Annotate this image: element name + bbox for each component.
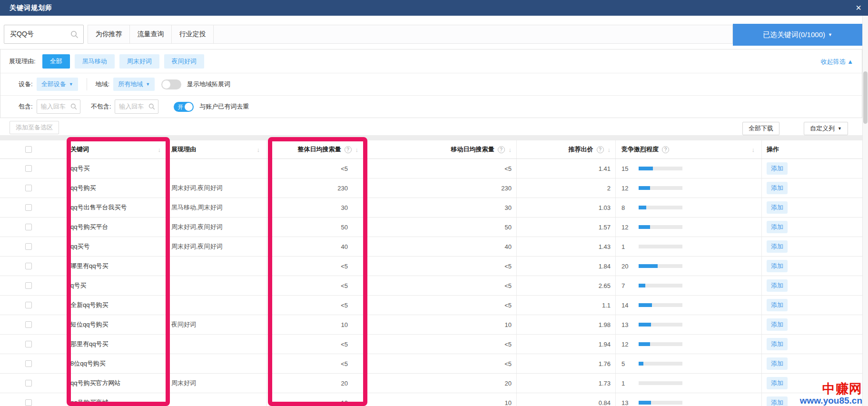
- include-exclude-row: 包含: 输入回车 不包含: 输入回车 开 与账户已有词去重: [0, 96, 862, 118]
- keyword-text: 短位qq号购买: [70, 320, 108, 329]
- reason-chip[interactable]: 黑马移动: [75, 54, 115, 69]
- tab-industry-targeting[interactable]: 行业定投: [172, 25, 214, 43]
- collapse-filters-link[interactable]: 收起筛选 ▲: [821, 58, 853, 66]
- keyword-search-input[interactable]: 买QQ号: [4, 25, 84, 44]
- sort-icon[interactable]: ↓: [355, 146, 359, 153]
- toggle-knob: [185, 103, 193, 111]
- competition-bar: [639, 381, 682, 385]
- sort-icon[interactable]: ↓: [158, 146, 161, 153]
- reason-text: 夜间好词: [171, 320, 196, 329]
- customize-columns-label: 自定义列: [810, 124, 835, 133]
- mobile-volume: 40: [505, 243, 512, 250]
- overall-volume: 40: [341, 243, 348, 250]
- row-checkbox[interactable]: [25, 399, 32, 406]
- region-select[interactable]: 所有地域 ▼: [113, 78, 155, 91]
- download-all-button[interactable]: 全部下载: [742, 122, 779, 135]
- tab-recommend[interactable]: 为你推荐: [88, 25, 130, 43]
- table-toolbar: 添加至备选区 全部下载 自定义列 ▼: [0, 118, 862, 135]
- reason-chip[interactable]: 全部: [42, 54, 70, 69]
- row-checkbox[interactable]: [25, 321, 32, 328]
- row-checkbox[interactable]: [25, 380, 32, 386]
- competition-bar: [639, 323, 682, 327]
- region-expand-label: 显示地域拓展词: [187, 80, 230, 89]
- add-button[interactable]: 添加: [767, 299, 788, 311]
- row-checkbox[interactable]: [25, 224, 32, 230]
- dedupe-toggle[interactable]: 开: [174, 102, 194, 112]
- add-button[interactable]: 添加: [767, 162, 788, 175]
- filter-panel: 展现理由: 全部 黑马移动 周末好词 夜间好词 收起筛选 ▲ 设备: 全部设备 …: [0, 49, 862, 118]
- region-label: 地域:: [96, 80, 110, 89]
- row-checkbox[interactable]: [25, 204, 32, 211]
- row-checkbox[interactable]: [25, 185, 32, 191]
- close-icon[interactable]: ×: [856, 3, 861, 12]
- competition-value: 5: [621, 360, 639, 367]
- row-checkbox[interactable]: [25, 263, 32, 269]
- competition-bar: [639, 225, 682, 229]
- row-checkbox[interactable]: [25, 165, 32, 172]
- help-icon[interactable]: ?: [345, 146, 352, 153]
- tab-traffic-query[interactable]: 流量查询: [130, 25, 172, 43]
- device-label: 设备:: [19, 80, 33, 89]
- toggle-on-text: 开: [178, 103, 183, 111]
- row-checkbox[interactable]: [25, 243, 32, 250]
- add-to-candidates-button[interactable]: 添加至备选区: [10, 121, 59, 134]
- table-row: qq号购买官方网站 周末好词 20 20 1.73 1 添加: [0, 374, 862, 393]
- bid-value: 1.41: [599, 165, 611, 172]
- add-button[interactable]: 添加: [767, 201, 788, 214]
- header-bid: 推荐出价: [569, 145, 593, 154]
- divider: [87, 78, 87, 90]
- selected-keywords-label: 已选关键词(0/1000): [763, 30, 825, 40]
- sort-icon[interactable]: ↓: [509, 146, 512, 153]
- bid-value: 1.43: [599, 243, 611, 250]
- competition-bar: [639, 264, 682, 268]
- reason-chip[interactable]: 周末好词: [119, 54, 159, 69]
- customize-columns-button[interactable]: 自定义列 ▼: [804, 122, 848, 135]
- selected-keywords-button[interactable]: 已选关键词(0/1000) ▼: [733, 24, 862, 46]
- row-checkbox[interactable]: [25, 302, 32, 308]
- sort-icon[interactable]: ↓: [752, 146, 755, 153]
- region-expand-toggle[interactable]: [161, 79, 181, 89]
- add-button[interactable]: 添加: [767, 260, 788, 272]
- sort-icon[interactable]: ↓: [257, 146, 260, 153]
- vertical-scrollbar[interactable]: [862, 16, 868, 406]
- reason-chip[interactable]: 夜间好词: [164, 54, 204, 69]
- add-button[interactable]: 添加: [767, 396, 788, 406]
- exclude-label: 不包含:: [91, 102, 111, 111]
- scrollbar-thumb[interactable]: [863, 71, 868, 124]
- add-button[interactable]: 添加: [767, 240, 788, 253]
- include-input[interactable]: 输入回车: [37, 99, 80, 114]
- header-mobile-volume: 移动日均搜索量: [451, 145, 494, 154]
- table-row: qq号购买平台 周末好词,夜间好词 50 50 1.57 12 添加: [0, 218, 862, 237]
- help-icon[interactable]: ?: [662, 146, 669, 153]
- help-icon[interactable]: ?: [597, 146, 604, 153]
- mobile-volume: <5: [504, 302, 512, 309]
- add-button[interactable]: 添加: [767, 318, 788, 331]
- add-button[interactable]: 添加: [767, 182, 788, 194]
- reason-text: 周末好词,夜间好词: [171, 184, 223, 192]
- reason-label: 展现理由:: [9, 57, 36, 66]
- tab-label: 为你推荐: [96, 30, 122, 39]
- sort-icon[interactable]: ↓: [608, 146, 611, 153]
- table-row: qq号购买商城 10 10 0.84 13 添加: [0, 393, 862, 406]
- competition-bar: [639, 186, 682, 190]
- row-checkbox[interactable]: [25, 282, 32, 289]
- add-button[interactable]: 添加: [767, 279, 788, 292]
- row-checkbox[interactable]: [25, 341, 32, 347]
- row-checkbox[interactable]: [25, 360, 32, 367]
- reason-text: 周末好词,夜间好词: [171, 242, 223, 251]
- select-all-checkbox[interactable]: [25, 146, 32, 153]
- add-button[interactable]: 添加: [767, 338, 788, 350]
- keyword-text: 全新qq号购买: [70, 301, 108, 309]
- mobile-volume: 50: [505, 224, 512, 231]
- add-button[interactable]: 添加: [767, 377, 788, 389]
- window-title: 关键词规划师: [10, 4, 52, 12]
- overall-volume: 10: [341, 321, 348, 328]
- add-button[interactable]: 添加: [767, 357, 788, 370]
- help-icon[interactable]: ?: [498, 146, 505, 153]
- chip-label: 周末好词: [127, 57, 152, 66]
- add-button[interactable]: 添加: [767, 221, 788, 233]
- keyword-text: qq号购买平台: [70, 223, 108, 231]
- exclude-input[interactable]: 输入回车: [115, 99, 158, 114]
- device-select[interactable]: 全部设备 ▼: [37, 78, 78, 91]
- keyword-text: 哪里有qq号买: [70, 262, 108, 270]
